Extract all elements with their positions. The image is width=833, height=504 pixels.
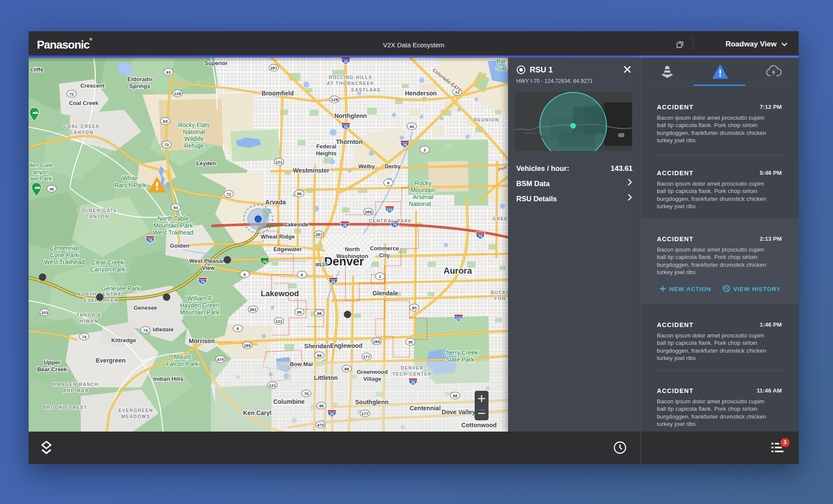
svg-text:Littleton: Littleton <box>314 374 338 381</box>
svg-text:Englewood: Englewood <box>330 342 363 349</box>
svg-text:Dove Valley: Dove Valley <box>442 409 476 416</box>
svg-text:Commerce: Commerce <box>370 245 399 252</box>
svg-text:Lakeside: Lakeside <box>284 221 308 228</box>
svg-text:74: 74 <box>143 328 148 333</box>
svg-text:COAL CREEK: COAL CREEK <box>63 124 100 129</box>
svg-text:TECH CENTER: TECH CENTER <box>392 371 432 376</box>
svg-text:BUCKL: BUCKL <box>491 290 508 295</box>
svg-text:Golden: Golden <box>170 242 190 249</box>
svg-text:Leyden: Leyden <box>196 160 216 167</box>
svg-text:76: 76 <box>403 143 407 147</box>
svg-text:285: 285 <box>373 339 380 344</box>
svg-text:88: 88 <box>344 367 349 371</box>
svg-text:Arsenal: Arsenal <box>413 193 433 200</box>
svg-text:177: 177 <box>363 354 370 359</box>
svg-text:HIWAN: HIWAN <box>80 318 98 324</box>
svg-text:North: North <box>345 246 360 252</box>
svg-text:95: 95 <box>297 191 302 196</box>
svg-text:121: 121 <box>269 383 276 388</box>
svg-text:State Park: State Park <box>446 356 474 363</box>
svg-text:44: 44 <box>410 124 414 129</box>
svg-text:Falcon Park: Falcon Park <box>166 360 199 367</box>
svg-text:95: 95 <box>297 310 302 314</box>
svg-text:Genesee Park: Genesee Park <box>101 285 140 292</box>
svg-text:285: 285 <box>244 343 251 348</box>
svg-text:Welby: Welby <box>358 163 375 170</box>
svg-text:WEST: WEST <box>315 262 328 267</box>
svg-text:National: National <box>183 128 205 135</box>
svg-text:Upper: Upper <box>44 359 60 366</box>
svg-text:Ranch Park: Ranch Park <box>114 182 146 189</box>
svg-text:den Gate: den Gate <box>29 162 53 168</box>
svg-text:83: 83 <box>412 305 417 310</box>
svg-text:CANYON: CANYON <box>85 214 109 219</box>
svg-text:2: 2 <box>423 147 426 152</box>
svg-text:Westminster: Westminster <box>293 167 329 174</box>
svg-text:391: 391 <box>249 307 257 312</box>
svg-text:CANYON: CANYON <box>70 130 94 135</box>
svg-text:CENTRAL PARK: CENTRAL PARK <box>369 218 412 223</box>
svg-text:Rocky Flats: Rocky Flats <box>178 121 210 128</box>
svg-text:West Trailhead: West Trailhead <box>153 229 193 236</box>
svg-text:93: 93 <box>166 70 171 75</box>
svg-text:AND M&B: AND M&B <box>63 388 89 393</box>
svg-text:25: 25 <box>343 223 347 228</box>
svg-text:Kittredge: Kittredge <box>111 337 136 344</box>
svg-text:93: 93 <box>174 205 178 210</box>
svg-text:Denver: Denver <box>324 255 364 268</box>
svg-text:Crescent: Crescent <box>80 82 105 89</box>
svg-text:72: 72 <box>226 192 231 196</box>
svg-text:46: 46 <box>49 187 54 191</box>
svg-text:HANGEN RANCH: HANGEN RANCH <box>53 382 98 387</box>
svg-text:25: 25 <box>330 412 334 416</box>
svg-text:Centennial: Centennial <box>50 245 79 252</box>
svg-text:Columbine: Columbine <box>273 398 305 405</box>
svg-text:70: 70 <box>148 238 152 242</box>
svg-text:128: 128 <box>331 97 338 102</box>
svg-text:75: 75 <box>304 391 309 396</box>
svg-text:25: 25 <box>344 125 348 129</box>
svg-text:121: 121 <box>275 319 283 324</box>
svg-text:North Table: North Table <box>157 215 189 222</box>
svg-text:Cottonwood: Cottonwood <box>461 422 497 429</box>
svg-text:ROLLING HILLS: ROLLING HILLS <box>329 75 372 80</box>
svg-text:225: 225 <box>456 317 462 321</box>
svg-text:177: 177 <box>361 411 368 416</box>
svg-text:6: 6 <box>387 180 389 185</box>
svg-text:70: 70 <box>200 280 205 284</box>
svg-text:EVERGREEN: EVERGREEN <box>118 408 153 413</box>
svg-text:121: 121 <box>275 160 283 164</box>
svg-text:6: 6 <box>301 272 303 277</box>
svg-text:Eldorado: Eldorado <box>128 76 152 82</box>
svg-text:Mountain Park: Mountain Park <box>180 309 220 316</box>
svg-text:Wheat Ridge: Wheat Ridge <box>261 233 295 240</box>
svg-text:25: 25 <box>331 280 335 284</box>
svg-text:6: 6 <box>243 272 246 277</box>
svg-text:Village: Village <box>363 376 381 382</box>
svg-text:25: 25 <box>411 380 415 385</box>
svg-text:National…: National… <box>409 200 437 207</box>
svg-text:Indian Hills: Indian Hills <box>153 376 183 382</box>
svg-text:cliffe: cliffe <box>30 66 43 73</box>
svg-text:GREE: GREE <box>492 216 508 221</box>
svg-text:White: White <box>122 175 138 182</box>
svg-text:70: 70 <box>262 260 267 264</box>
svg-text:West Pleasant: West Pleasant <box>189 258 228 264</box>
svg-text:Cherry Creek: Cherry Creek <box>442 349 478 356</box>
svg-text:Arvada: Arvada <box>265 199 286 206</box>
svg-text:FOR: FOR <box>495 296 506 301</box>
svg-text:70: 70 <box>393 223 397 227</box>
svg-text:Glendale: Glendale <box>372 290 398 297</box>
svg-text:MEADOWS: MEADOWS <box>121 414 151 419</box>
svg-text:93: 93 <box>163 119 168 124</box>
svg-text:Genesee: Genesee <box>134 304 157 311</box>
svg-text:REUNION: REUNION <box>474 117 499 122</box>
svg-text:Mount: Mount <box>174 353 191 360</box>
svg-text:EASTLAKE: EASTLAKE <box>351 87 381 92</box>
svg-text:Cone Park: Cone Park <box>50 252 79 259</box>
svg-text:Ken Caryl: Ken Caryl <box>243 409 271 416</box>
svg-text:74: 74 <box>82 334 87 339</box>
svg-text:265: 265 <box>365 209 372 214</box>
svg-text:88: 88 <box>453 393 458 398</box>
svg-text:Wildlife: Wildlife <box>184 135 203 142</box>
